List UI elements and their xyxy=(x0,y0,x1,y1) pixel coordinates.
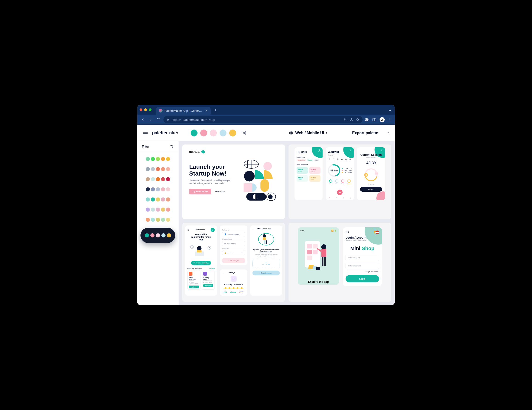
svg-rect-3 xyxy=(373,118,376,121)
address-bar[interactable]: https:// palettemaker.com /app xyxy=(163,116,362,123)
preview-startup[interactable]: startup. Launch your Startup Now! The sa… xyxy=(182,145,285,219)
job-card[interactable]: Swift Developer Bangalore, Karnataka 2 d… xyxy=(187,271,200,290)
window-controls[interactable] xyxy=(140,108,152,111)
fullname-input[interactable]: 👤 Michella Barkin xyxy=(222,232,245,237)
startup-brand: startup. xyxy=(189,150,235,154)
menu-icon[interactable] xyxy=(388,117,392,122)
tabs-menu-icon[interactable]: ⌄ xyxy=(389,108,391,112)
shuffle-button[interactable] xyxy=(241,130,246,136)
category-selector[interactable]: Web / Mobile UI ▾ xyxy=(289,131,327,135)
password-input[interactable]: Enter password xyxy=(346,263,379,269)
share-icon[interactable] xyxy=(350,118,353,121)
session-tile[interactable]: 45 minWeights xyxy=(297,175,308,182)
startup-cta-button[interactable]: Try it now for free xyxy=(189,189,211,195)
search-jobs-button[interactable]: 🔍 Search any job… xyxy=(191,261,211,265)
email-input[interactable]: Enter email i'd xyxy=(346,255,379,261)
pill[interactable]: Weight loss xyxy=(297,159,306,161)
minimize-window-icon[interactable] xyxy=(144,108,147,111)
login-button[interactable]: Login xyxy=(346,275,379,282)
preview-canvas[interactable]: startup. Launch your Startup Now! The sa… xyxy=(179,141,395,305)
home-icon[interactable]: ⌂ xyxy=(329,197,330,199)
cancel-button[interactable]: Cancel xyxy=(360,187,382,192)
password-input[interactable]: 🔒 ••••••••👁 xyxy=(222,250,245,255)
preview-jobs[interactable]: ≡Hi, Michaella$ Your skill is required f… xyxy=(182,223,285,302)
pill[interactable]: Cardio xyxy=(307,159,313,161)
nav-forward-button[interactable] xyxy=(148,117,153,122)
forgot-password-link[interactable]: Forget Password ? xyxy=(346,271,379,273)
filter-icon xyxy=(170,145,174,149)
svg-point-12 xyxy=(264,162,272,170)
svg-point-6 xyxy=(390,121,390,121)
extensions-icon[interactable] xyxy=(365,117,369,122)
browser-tab[interactable]: PaletteMaker App - Generate C ✕ xyxy=(156,107,211,115)
apply-button[interactable]: Apply now xyxy=(189,285,199,288)
url-host: palettemaker.com xyxy=(183,118,207,121)
chevron-down-icon: ▾ xyxy=(326,131,327,134)
flag-icon[interactable] xyxy=(375,231,379,234)
reload-button[interactable] xyxy=(156,117,161,122)
avatar-icon[interactable]: $ xyxy=(211,228,215,232)
jobs-phone-3: ←Upload resume Upload your xyxy=(250,225,282,296)
new-tab-button[interactable]: ＋ xyxy=(212,107,218,113)
startup-learn-link[interactable]: Learn more xyxy=(215,191,225,193)
pill[interactable]: Abs xyxy=(314,159,319,161)
back-icon[interactable]: ← xyxy=(252,228,254,230)
palette-item-active[interactable] xyxy=(141,228,175,243)
nav-back-button[interactable] xyxy=(140,117,145,122)
browser-toolbar: https:// palettemaker.com /app X xyxy=(137,115,395,125)
session-tile[interactable]: 15 minNewbie xyxy=(297,167,308,174)
email-input[interactable]: @ michellabar xyxy=(222,241,245,246)
palette-swatch[interactable] xyxy=(190,129,198,137)
apply-button[interactable]: Apply now xyxy=(203,284,214,287)
app-body: Filter startup. Laun xyxy=(137,141,395,305)
add-button[interactable]: + xyxy=(337,190,342,195)
palette-item[interactable] xyxy=(141,187,175,191)
explore-title: Explore the app xyxy=(298,280,339,283)
preview-shop[interactable]: 9:41📶 🔋 xyxy=(288,223,391,302)
browser-chrome: PaletteMaker App - Generate C ✕ ＋ ⌄ http… xyxy=(137,105,395,125)
palette-list[interactable] xyxy=(137,152,178,305)
palette-item[interactable] xyxy=(141,197,175,202)
panel-icon[interactable] xyxy=(372,117,376,122)
palette-swatch[interactable] xyxy=(210,129,217,137)
close-window-icon[interactable] xyxy=(140,108,142,111)
menu-button[interactable] xyxy=(143,131,148,135)
zoom-out-icon[interactable] xyxy=(343,118,347,121)
filter-row[interactable]: Filter xyxy=(137,141,178,152)
palette-item[interactable] xyxy=(141,218,175,222)
svg-rect-35 xyxy=(316,267,320,270)
upload-button[interactable]: ↑ xyxy=(387,130,389,136)
more-icon[interactable]: ⋮ xyxy=(380,149,383,152)
palette-item[interactable] xyxy=(141,167,175,171)
startup-title-l2: Startup Now! xyxy=(189,170,227,177)
workout-phone-1: Hi, Cara Categories Weight loss Cardio A… xyxy=(294,147,323,200)
greeting: Hi, Cara xyxy=(297,150,321,154)
profile-avatar[interactable]: X xyxy=(380,117,385,122)
browser-window: PaletteMaker App - Generate C ✕ ＋ ⌄ http… xyxy=(137,105,395,305)
job-card[interactable]: C Sharp Devel Delhi, New Delhi 2 Hrs ago… xyxy=(202,271,215,290)
palette-item[interactable] xyxy=(141,157,175,161)
logo-text-thin: maker xyxy=(166,130,178,135)
maximize-window-icon[interactable] xyxy=(149,108,152,111)
palette-swatch[interactable] xyxy=(200,129,207,137)
url-path: /app xyxy=(209,118,215,121)
startup-sub: The samples form a set of 25 usable page… xyxy=(189,179,231,185)
bookmark-star-icon[interactable] xyxy=(356,118,359,121)
jobs-phone-2: Full name 👤 Michella Barkin Email Addres… xyxy=(220,225,247,296)
save-changes-button[interactable]: Save changes xyxy=(222,258,245,263)
back-icon[interactable]: ← xyxy=(222,272,224,274)
export-button[interactable]: Export palette xyxy=(352,131,378,135)
tab-close-icon[interactable]: ✕ xyxy=(205,109,208,113)
upload-resume-button[interactable]: Upload resume xyxy=(252,271,280,275)
upload-dropzone[interactable]: ⬆Drop a file xyxy=(252,259,280,268)
palette-item[interactable] xyxy=(141,177,175,181)
preview-workout[interactable]: Hi, Cara Categories Weight loss Cardio A… xyxy=(288,145,391,219)
shop-logo: Mini Shop xyxy=(346,245,379,252)
session-tile[interactable]: 30 minCycle Fit xyxy=(309,167,321,174)
view-all-link[interactable]: View all xyxy=(209,268,215,269)
palette-swatch[interactable] xyxy=(229,129,236,137)
palette-swatch[interactable] xyxy=(219,129,227,137)
palette-item[interactable] xyxy=(141,207,175,212)
app-logo[interactable]: palettemaker xyxy=(152,130,178,136)
session-tile[interactable]: 60 minCardio xyxy=(309,175,321,182)
